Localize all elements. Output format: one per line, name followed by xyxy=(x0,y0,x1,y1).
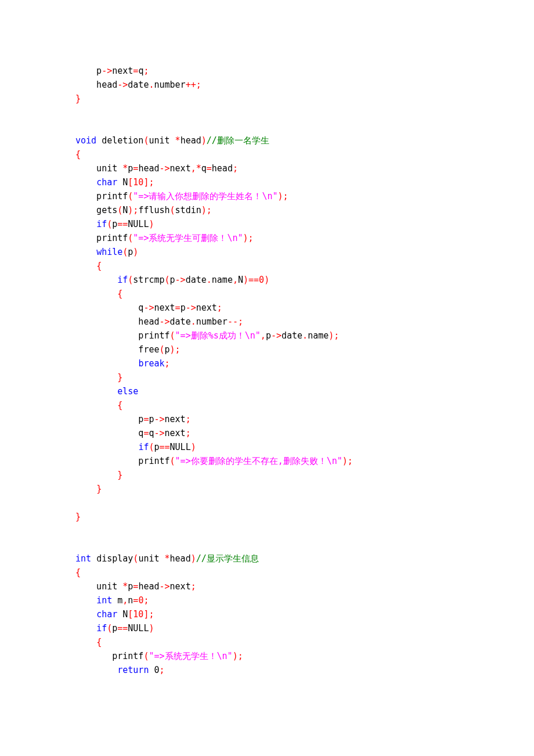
code-token: ( xyxy=(122,247,128,257)
code-token: N xyxy=(238,275,243,285)
code-token: free xyxy=(75,344,160,355)
code-token: name xyxy=(212,275,233,285)
code-token: --; xyxy=(228,316,243,327)
code-token: { xyxy=(75,149,81,160)
code-token: printf xyxy=(75,233,128,243)
code-token: NULL xyxy=(128,219,149,229)
code-token: p xyxy=(266,330,271,341)
code-token: p xyxy=(154,442,159,452)
code-token: printf xyxy=(75,191,128,201)
code-token: if xyxy=(117,275,128,285)
code-token: ); xyxy=(170,344,181,355)
code-token: printf xyxy=(75,456,170,466)
code-token: ]; xyxy=(143,609,154,620)
code-token: number xyxy=(196,316,228,327)
code-token xyxy=(75,261,96,271)
code-token: ( xyxy=(117,205,122,215)
code-token: ( xyxy=(107,219,112,229)
code-token: -> xyxy=(175,275,186,285)
code-token: q xyxy=(75,303,143,313)
code-token xyxy=(75,400,117,411)
code-token: stdin xyxy=(175,205,201,215)
code-token: ( xyxy=(165,275,170,285)
code-token: ) xyxy=(149,623,154,633)
code-token: p xyxy=(181,303,186,313)
code-token: //显示学生信息 xyxy=(196,553,259,564)
code-token: ; xyxy=(191,581,196,592)
code-token: ); xyxy=(329,330,339,341)
code-token: unit xyxy=(75,163,122,174)
code-token: head xyxy=(181,135,201,146)
code-token: p xyxy=(165,344,170,355)
code-token: if xyxy=(138,442,149,452)
code-token: int xyxy=(96,595,117,606)
code-token: ( xyxy=(107,623,112,633)
code-token: , xyxy=(191,163,196,174)
code-token: date xyxy=(186,275,207,285)
code-token: , xyxy=(261,330,266,341)
code-token: , xyxy=(122,595,128,606)
code-token xyxy=(75,637,96,647)
document-page: p->next=q; head->date.number++; } void d… xyxy=(0,0,534,756)
code-token xyxy=(75,442,138,452)
code-token xyxy=(75,358,138,369)
code-token: unit xyxy=(75,581,122,592)
code-token xyxy=(75,372,117,383)
code-token: } xyxy=(117,372,122,383)
code-token: -> xyxy=(160,163,170,174)
code-token: ); xyxy=(278,191,288,201)
code-token: "=>系统无学生！\n" xyxy=(149,651,232,661)
code-token: head xyxy=(75,316,160,327)
code-token: ( xyxy=(128,233,133,243)
code-token: else xyxy=(117,386,138,397)
code-token: -> xyxy=(143,303,154,313)
code-token: -> xyxy=(102,66,112,76)
code-token: next xyxy=(170,581,191,592)
code-token: void xyxy=(75,135,102,146)
code-token xyxy=(75,609,96,620)
code-token: )== xyxy=(243,275,259,285)
code-token: ) xyxy=(191,442,196,452)
code-token: "=>删除%s成功！\n" xyxy=(175,330,261,341)
code-token: ) xyxy=(191,553,196,564)
code-token: next xyxy=(170,163,191,174)
code-token: n xyxy=(128,595,133,606)
code-block: p->next=q; head->date.number++; } void d… xyxy=(75,64,534,677)
code-token: 0 xyxy=(154,665,159,675)
code-token: char xyxy=(96,177,122,188)
code-token: ); xyxy=(233,651,243,661)
code-token: p xyxy=(112,623,117,633)
code-token: head xyxy=(212,163,233,174)
code-token: p xyxy=(128,581,133,592)
code-token: ); xyxy=(128,205,138,215)
code-token: { xyxy=(96,637,102,647)
code-token: date xyxy=(170,316,191,327)
code-token: gets xyxy=(75,205,117,215)
code-token: while xyxy=(96,247,122,257)
code-token: next xyxy=(196,303,217,313)
code-token: -> xyxy=(117,80,128,90)
code-token: next xyxy=(165,414,186,424)
code-token: . xyxy=(191,316,196,327)
code-token: * xyxy=(196,163,201,174)
code-token: ( xyxy=(128,275,133,285)
code-token: "=>你要删除的学生不存在,删除失败！\n" xyxy=(175,456,342,466)
code-token: , xyxy=(233,275,238,285)
code-token: ]; xyxy=(143,177,154,188)
code-token: ; xyxy=(165,358,170,369)
code-token: printf xyxy=(75,651,143,661)
code-token: unit xyxy=(138,553,164,564)
code-token xyxy=(75,484,96,494)
code-token: ( xyxy=(128,191,133,201)
code-token: display xyxy=(96,553,133,564)
code-token: N xyxy=(122,177,128,188)
code-token: name xyxy=(308,330,329,341)
code-token: "=>请输入你想删除的学生姓名！\n" xyxy=(133,191,277,201)
code-token: ) xyxy=(201,135,207,146)
code-token: -> xyxy=(271,330,282,341)
code-token: return xyxy=(117,665,154,675)
code-token: = xyxy=(175,303,181,313)
code-token: -> xyxy=(160,581,170,592)
code-token: ; xyxy=(143,595,149,606)
code-token: char xyxy=(96,609,122,620)
